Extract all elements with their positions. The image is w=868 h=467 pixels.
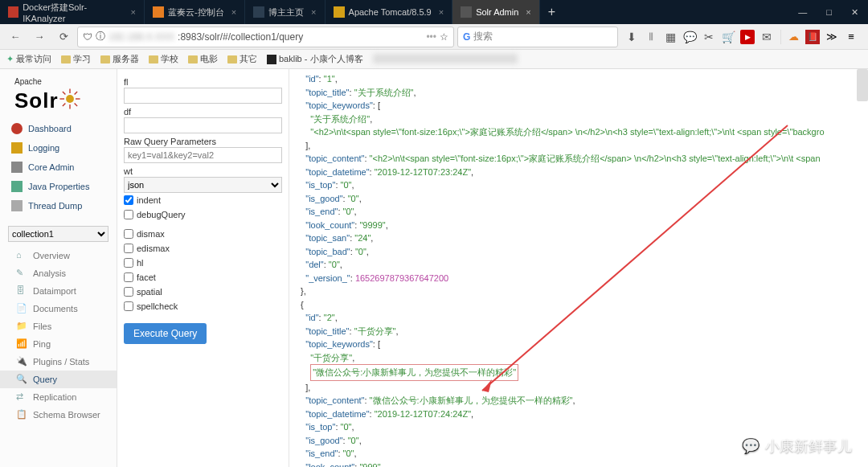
sidebar-replication[interactable]: ⇄Replication: [0, 388, 117, 406]
blog-icon: [253, 6, 264, 18]
check-spellcheck[interactable]: spellcheck: [124, 299, 282, 313]
svg-line-6: [74, 104, 77, 107]
sidebar-ping[interactable]: 📶Ping: [0, 335, 117, 353]
sb-label: Files: [33, 322, 51, 331]
folder-icon: [188, 55, 198, 63]
logging-icon: [11, 142, 23, 154]
sidebar-analysis[interactable]: ✎Analysis: [0, 264, 117, 282]
checkbox-edismax[interactable]: [124, 244, 133, 253]
more-icon[interactable]: ≫: [825, 30, 839, 44]
new-tab-button[interactable]: +: [540, 0, 563, 24]
bm-most-visited[interactable]: ✦最常访问: [6, 53, 51, 65]
wt-select[interactable]: json: [124, 177, 282, 193]
sidebar-thread-dump[interactable]: Thread Dump: [0, 196, 117, 215]
tab-4[interactable]: Apache Tomcat/8.5.9×: [326, 0, 453, 24]
tab-5[interactable]: Solr Admin×: [452, 0, 540, 24]
bm-school[interactable]: 学校: [149, 53, 178, 65]
pdf-icon[interactable]: 📕: [805, 30, 820, 44]
sidebar-core-admin[interactable]: Core Admin: [0, 158, 117, 177]
tab-3[interactable]: 博主主页×: [245, 0, 325, 24]
query-icon: 🔍: [16, 374, 27, 385]
maximize-button[interactable]: □: [817, 7, 841, 17]
fl-input[interactable]: [124, 88, 282, 104]
dataimport-icon: 🗄: [16, 285, 27, 297]
core-selector[interactable]: collection1: [8, 225, 108, 242]
sidebar-plugins[interactable]: 🔌Plugins / Stats: [0, 353, 117, 371]
sidebar-dataimport[interactable]: 🗄Dataimport: [0, 282, 117, 300]
close-button[interactable]: ✕: [841, 7, 868, 18]
checkbox-hl[interactable]: [124, 258, 133, 268]
check-edismax[interactable]: edismax: [124, 241, 282, 256]
url-path: :8983/solr/#/collection1/query: [178, 31, 303, 43]
checkbox-spatial[interactable]: [124, 287, 133, 297]
back-button[interactable]: ←: [5, 27, 26, 47]
cart-icon[interactable]: 🛒: [721, 30, 735, 44]
check-label: spellcheck: [137, 301, 178, 311]
close-icon[interactable]: ×: [311, 7, 316, 17]
bm-study[interactable]: 学习: [61, 53, 91, 65]
bm-baklib[interactable]: baklib - 小康个人博客: [267, 53, 363, 65]
minimize-button[interactable]: —: [788, 7, 817, 17]
close-icon[interactable]: ×: [231, 7, 236, 17]
raw-input[interactable]: [124, 147, 282, 163]
bm-server[interactable]: 服务器: [100, 53, 139, 65]
check-debugQuery[interactable]: debugQuery: [124, 207, 282, 222]
library-icon[interactable]: ⫴: [644, 30, 658, 44]
cloud-icon[interactable]: ☁: [786, 30, 800, 44]
close-icon[interactable]: ×: [526, 7, 530, 17]
sb-label: Plugins / Stats: [33, 357, 89, 367]
check-indent[interactable]: indent: [124, 193, 282, 207]
url-bar[interactable]: 🛡 ⓘ 192.168.X.XXX :8983/solr/#/collectio…: [77, 27, 454, 47]
menu-icon[interactable]: ≡: [844, 30, 858, 44]
search-bar[interactable]: G 搜索: [457, 27, 618, 47]
df-input[interactable]: [124, 117, 282, 133]
thread-icon: [11, 200, 23, 211]
check-label: dismax: [137, 229, 165, 239]
svg-line-8: [62, 104, 65, 107]
sidebar-logging[interactable]: Logging: [0, 138, 117, 158]
youtube-icon[interactable]: ▶: [740, 30, 755, 44]
solr-sidebar: Apache Solr Dashboard Logging Core Admin…: [0, 69, 117, 467]
dashboard-icon: [11, 123, 23, 134]
scrollbar[interactable]: [857, 69, 868, 101]
checkbox-dismax[interactable]: [124, 229, 133, 239]
forward-button[interactable]: →: [29, 27, 50, 47]
close-icon[interactable]: ×: [131, 7, 136, 17]
tab-2[interactable]: 蓝奏云-控制台×: [145, 0, 245, 24]
sidebar-files[interactable]: 📁Files: [0, 317, 117, 335]
bm-movie[interactable]: 电影: [188, 53, 218, 65]
check-dismax[interactable]: dismax: [124, 227, 282, 241]
highlighted-result: "微信公众号:小康新鲜事儿，为您提供不一样的精彩": [310, 364, 518, 381]
mail-icon[interactable]: ✉: [760, 30, 774, 44]
url-dots-icon[interactable]: •••: [426, 31, 436, 43]
check-spatial[interactable]: spatial: [124, 285, 282, 299]
qr-icon[interactable]: ▦: [663, 30, 678, 44]
tab-1[interactable]: Docker搭建Solr-IKAnalyzer×: [0, 0, 145, 24]
execute-query-button[interactable]: Execute Query: [124, 323, 207, 344]
bm-other[interactable]: 其它: [227, 53, 257, 65]
screenshot-icon[interactable]: ✂: [702, 30, 716, 44]
chat-icon[interactable]: 💬: [682, 30, 697, 44]
sidebar-query[interactable]: 🔍Query: [0, 371, 117, 388]
wechat-icon: 💬: [741, 436, 760, 456]
checkbox-facet[interactable]: [124, 272, 133, 282]
sidebar-schema[interactable]: 📋Schema Browser: [0, 406, 117, 424]
checkbox-indent[interactable]: [124, 195, 133, 205]
close-icon[interactable]: ×: [439, 7, 444, 17]
reload-button[interactable]: ⟳: [53, 27, 74, 47]
sidebar-dashboard[interactable]: Dashboard: [0, 119, 117, 138]
bm-label: 电影: [200, 53, 218, 65]
sidebar-overview[interactable]: ⌂Overview: [0, 247, 117, 264]
sidebar-documents[interactable]: 📄Documents: [0, 300, 117, 317]
bookmark-star-icon[interactable]: ☆: [440, 31, 448, 43]
core-select-input[interactable]: collection1: [8, 226, 108, 242]
info-icon[interactable]: ⓘ: [96, 30, 105, 43]
check-hl[interactable]: hl: [124, 256, 282, 270]
checkbox-spellcheck[interactable]: [124, 301, 133, 311]
checkbox-debugQuery[interactable]: [124, 210, 133, 219]
check-facet[interactable]: facet: [124, 270, 282, 285]
shield-icon[interactable]: 🛡: [83, 31, 92, 43]
sidebar-java-props[interactable]: Java Properties: [0, 177, 117, 196]
sb-label: Query: [33, 375, 57, 384]
download-icon[interactable]: ⬇: [624, 30, 639, 44]
